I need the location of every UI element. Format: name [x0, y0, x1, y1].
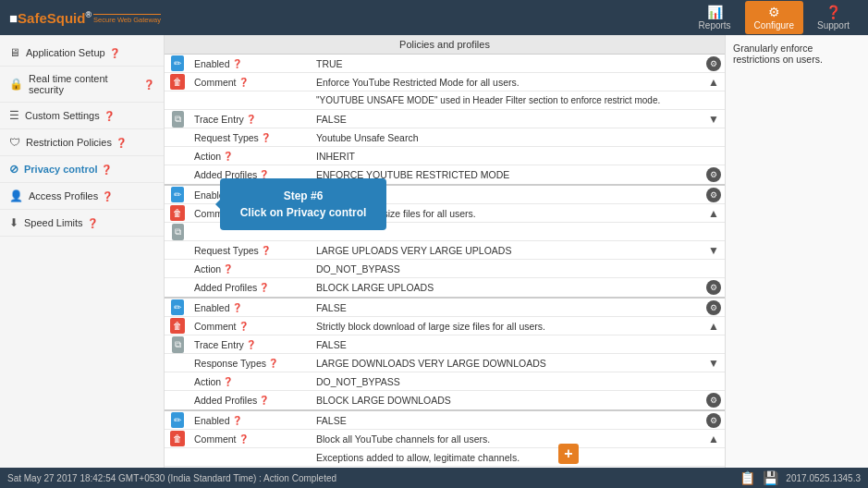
help-icon-6: ❓: [87, 218, 98, 228]
row-action[interactable]: ▲: [703, 317, 725, 335]
edit-icon-cell[interactable]: ✏: [165, 55, 190, 72]
sidebar-item-realtime[interactable]: 🔒 Real time content security ❓: [0, 67, 164, 103]
plus-icon: +: [564, 445, 572, 462]
sidebar-item-speed-limits[interactable]: ⬇ Speed Limits ❓: [0, 210, 164, 237]
policy-block-3: ✏ Enabled ❓ FALSE ⚙ 🗑 Comment ❓ Strictly…: [165, 299, 725, 411]
privacy-control-icon: ⊘: [9, 163, 18, 176]
delete-icon-cell[interactable]: 🗑: [165, 317, 190, 335]
arrow-up-icon[interactable]: ▲: [708, 76, 719, 89]
nav-configure[interactable]: ⚙ Configure: [745, 1, 803, 34]
copy-icon[interactable]: ⧉: [172, 336, 184, 353]
nav-configure-label: Configure: [754, 20, 794, 30]
empty-icon-cell: [165, 354, 190, 372]
content-title: Policies and profiles: [165, 35, 725, 55]
row-action[interactable]: ▼: [703, 241, 725, 259]
copy-icon[interactable]: ⧉: [172, 224, 184, 240]
gear-icon[interactable]: ⚙: [706, 280, 721, 295]
row-label: Trace Entry ❓: [190, 336, 311, 353]
delete-icon[interactable]: 🗑: [170, 431, 185, 446]
edit-icon[interactable]: ✏: [171, 412, 184, 428]
row-action[interactable]: ▼: [703, 467, 725, 468]
copy-icon[interactable]: ⧉: [172, 468, 184, 469]
row-action[interactable]: ▲: [703, 204, 725, 222]
save-status-icon[interactable]: 💾: [763, 470, 778, 485]
row-action: [703, 260, 725, 277]
sidebar-item-application-setup[interactable]: 🖥 Application Setup ❓: [0, 40, 164, 67]
nav-support[interactable]: ❓ Support: [808, 1, 859, 34]
row-label: Added Profiles ❓: [190, 278, 311, 297]
row-label: Action ❓: [190, 147, 311, 165]
sidebar-item-restriction-policies[interactable]: 🛡 Restriction Policies ❓: [0, 129, 164, 156]
delete-icon[interactable]: 🗑: [170, 74, 185, 90]
custom-settings-icon: ☰: [9, 109, 19, 122]
table-row: ⧉ Trace Entry ❓ FALSE ▼: [165, 467, 725, 468]
row-action[interactable]: ⚙: [703, 278, 725, 297]
row-action[interactable]: ⚙: [703, 55, 725, 72]
copy-icon[interactable]: ⧉: [172, 111, 184, 128]
header: ■SafeSquid® Secure Web Gateway 📊 Reports…: [0, 0, 868, 35]
help-icon-1: ❓: [143, 79, 154, 90]
row-value: "YOUTUBE UNSAFE MODE" used in Header Fil…: [311, 92, 703, 109]
gear-icon[interactable]: ⚙: [706, 300, 721, 315]
sidebar-item-label: Application Setup: [26, 47, 105, 58]
gear-icon[interactable]: ⚙: [706, 413, 721, 428]
row-label: Action ❓: [190, 260, 311, 277]
gear-icon[interactable]: ⚙: [706, 167, 721, 182]
row-action[interactable]: ▲: [703, 430, 725, 447]
delete-icon-cell[interactable]: 🗑: [165, 430, 190, 447]
help-dot: ❓: [232, 59, 242, 68]
help-dot: ❓: [223, 152, 233, 161]
copy-icon-cell[interactable]: ⧉: [165, 110, 190, 128]
help-dot: ❓: [246, 115, 256, 124]
copy-icon-cell[interactable]: ⧉: [165, 336, 190, 353]
row-action[interactable]: ▼: [703, 110, 725, 128]
copy-icon-cell[interactable]: ⧉: [165, 467, 190, 468]
help-dot: ❓: [232, 303, 242, 312]
row-action[interactable]: ▲: [703, 73, 725, 91]
row-action[interactable]: ⚙: [703, 411, 725, 429]
sidebar-item-privacy-control[interactable]: ⊘ Privacy control ❓: [0, 156, 164, 183]
row-action[interactable]: ⚙: [703, 391, 725, 409]
gear-icon[interactable]: ⚙: [706, 393, 721, 408]
edit-icon[interactable]: ✏: [171, 187, 184, 202]
gear-icon[interactable]: ⚙: [706, 56, 721, 71]
row-label: [190, 92, 311, 109]
row-label: Trace Entry ❓: [190, 467, 311, 468]
delete-icon-cell[interactable]: 🗑: [165, 204, 190, 222]
delete-icon-cell[interactable]: 🗑: [165, 73, 190, 91]
arrow-up-icon[interactable]: ▲: [708, 433, 719, 445]
row-action[interactable]: ⚙: [703, 299, 725, 316]
row-value: INHERIT: [311, 147, 703, 165]
row-label: Enabled ❓: [190, 55, 311, 72]
arrow-down-icon[interactable]: ▼: [708, 244, 719, 257]
restriction-icon: 🛡: [9, 136, 20, 149]
edit-icon-cell[interactable]: ✏: [165, 299, 190, 316]
edit-icon[interactable]: ✏: [171, 55, 184, 71]
edit-icon-cell[interactable]: ✏: [165, 186, 190, 203]
sidebar-item-access-profiles[interactable]: 👤 Access Profiles ❓: [0, 183, 164, 210]
right-panel-text: Granularly enforce restrictions on users…: [733, 43, 823, 65]
delete-icon[interactable]: 🗑: [170, 205, 185, 221]
arrow-down-icon[interactable]: ▼: [708, 357, 719, 370]
help-dot: ❓: [268, 359, 278, 368]
table-row: Exceptions added to allow, legitimate ch…: [165, 448, 725, 467]
sidebar-item-custom-settings[interactable]: ☰ Custom Settings ❓: [0, 103, 164, 129]
row-action[interactable]: ⚙: [703, 165, 725, 184]
row-action[interactable]: ▼: [703, 354, 725, 372]
copy-icon-cell[interactable]: ⧉: [165, 223, 190, 240]
add-button[interactable]: +: [558, 444, 579, 464]
table-area[interactable]: ✏ Enabled ❓ TRUE ⚙ 🗑 Comment ❓ Enforce Y…: [165, 55, 725, 468]
copy-status-icon[interactable]: 📋: [740, 470, 755, 485]
row-action[interactable]: ⚙: [703, 186, 725, 203]
help-dot: ❓: [259, 396, 269, 405]
row-action: [703, 448, 725, 466]
delete-icon[interactable]: 🗑: [170, 318, 185, 334]
edit-icon-cell[interactable]: ✏: [165, 411, 190, 429]
arrow-down-icon[interactable]: ▼: [708, 113, 719, 126]
gear-icon[interactable]: ⚙: [706, 188, 721, 202]
nav-reports[interactable]: 📊 Reports: [690, 1, 740, 34]
row-action: [703, 147, 725, 165]
arrow-up-icon[interactable]: ▲: [708, 320, 719, 333]
arrow-up-icon[interactable]: ▲: [708, 207, 719, 220]
edit-icon[interactable]: ✏: [171, 299, 184, 315]
